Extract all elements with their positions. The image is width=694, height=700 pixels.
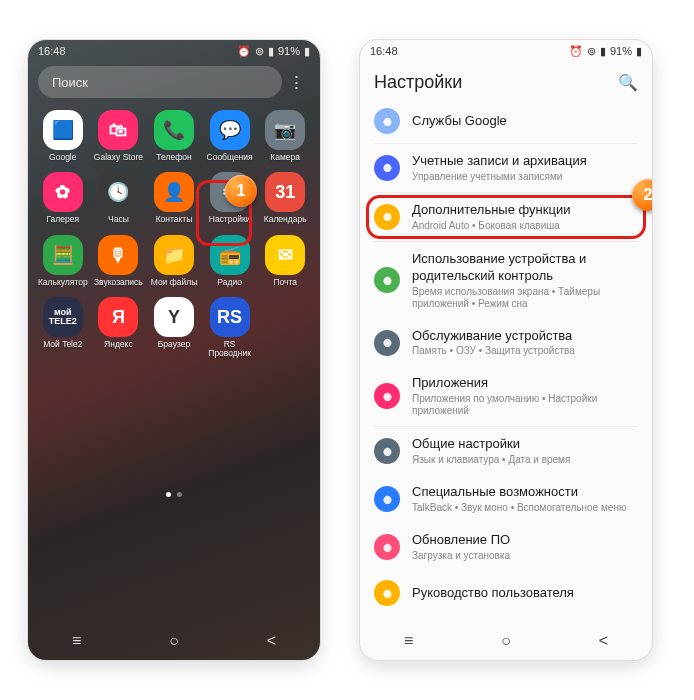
settings-title: Общие настройки [412,436,638,453]
status-icons: ⏰ ⊚ ▮ 91% ▮ [569,45,642,58]
app-мой-tele2[interactable]: мой TELE2Мой Tele2 [36,297,90,359]
back-button[interactable]: < [246,632,296,650]
status-time: 16:48 [370,45,398,57]
settings-item[interactable]: ⬤Обслуживание устройстваПамять • ОЗУ • З… [360,319,652,367]
app-icon: RS [210,297,250,337]
android-navbar: ≡ ○ < [360,622,652,660]
settings-title: Приложения [412,375,638,392]
app-контакты[interactable]: 👤Контакты [147,172,201,224]
app-яндекс[interactable]: ЯЯндекс [92,297,146,359]
app-сообщения[interactable]: 💬Сообщения [203,110,257,162]
pager-dot[interactable] [166,492,171,497]
back-button[interactable]: < [578,632,628,650]
app-мои-файлы[interactable]: 📁Мои файлы [147,235,201,287]
app-icon: 📁 [154,235,194,275]
app-label: Google [49,153,76,162]
android-navbar: ≡ ○ < [28,622,320,660]
settings-list: ⬤Службы Google⬤Учетные записи и архиваци… [360,99,652,622]
app-label: Радио [217,278,242,287]
app-icon: ⚙ [210,172,250,212]
app-label: Телефон [156,153,191,162]
app-label: Калькулятор [38,278,88,287]
settings-item[interactable]: ⬤Руководство пользователя [360,571,652,615]
status-time: 16:48 [38,45,66,57]
app-label: Календарь [264,215,307,224]
app-label: Мой Tele2 [43,340,82,349]
settings-text: Обновление ПОЗагрузка и установка [412,532,638,562]
battery-icon: ▮ [304,45,310,58]
app-icon: 🧮 [43,235,83,275]
alarm-icon: ⏰ [569,45,583,58]
settings-icon: ⬤ [374,383,400,409]
signal-icon: ▮ [600,45,606,58]
app-icon: Y [154,297,194,337]
settings-item[interactable]: ⬤Специальные возможностиTalkBack • Звук … [360,475,652,523]
settings-text: ПриложенияПриложения по умолчанию • Наст… [412,375,638,417]
pager-dots[interactable] [28,480,320,497]
app-galaxy-store[interactable]: 🛍Galaxy Store [92,110,146,162]
settings-icon: ⬤ [374,330,400,356]
settings-header: Настройки 🔍 [360,62,652,99]
app-label: Браузер [158,340,190,349]
app-звукозапись[interactable]: 🎙Звукозапись [92,235,146,287]
app-label: Часы [108,215,129,224]
settings-icon: ⬤ [374,108,400,134]
settings-subtitle: Язык и клавиатура • Дата и время [412,454,638,466]
app-часы[interactable]: 🕓Часы [92,172,146,224]
app-icon: 📷 [265,110,305,150]
settings-title: Учетные записи и архивация [412,153,638,170]
app-google[interactable]: 🟦Google [36,110,90,162]
home-button[interactable]: ○ [149,632,199,650]
app-настройки[interactable]: ⚙Настройки [203,172,257,224]
status-icons: ⏰ ⊚ ▮ 91% ▮ [237,45,310,58]
app-icon: мой TELE2 [43,297,83,337]
settings-item[interactable]: ⬤Учетные записи и архивацияУправление уч… [360,144,652,192]
home-button[interactable]: ○ [481,632,531,650]
battery-icon: ▮ [636,45,642,58]
settings-icon: ⬤ [374,580,400,606]
settings-text: Руководство пользователя [412,585,638,602]
settings-item[interactable]: ⬤Общие настройкиЯзык и клавиатура • Дата… [360,427,652,475]
settings-subtitle: Android Auto • Боковая клавиша [412,220,638,232]
app-календарь[interactable]: 31Календарь [258,172,312,224]
app-браузер[interactable]: YБраузер [147,297,201,359]
settings-text: Общие настройкиЯзык и клавиатура • Дата … [412,436,638,466]
app-label: Почта [273,278,297,287]
settings-item[interactable]: ⬤Дополнительные функцииAndroid Auto • Бо… [360,193,652,241]
settings-text: Службы Google [412,113,638,130]
app-icon: 🎙 [98,235,138,275]
search-input[interactable]: Поиск [38,66,282,98]
app-label: Galaxy Store [94,153,143,162]
app-label: Мои файлы [151,278,198,287]
app-галерея[interactable]: ✿Галерея [36,172,90,224]
alarm-icon: ⏰ [237,45,251,58]
overflow-menu-button[interactable]: ⋮ [282,72,310,93]
app-icon: 🛍 [98,110,138,150]
app-радио[interactable]: 📻Радио [203,235,257,287]
settings-subtitle: Управление учетными записями [412,171,638,183]
settings-item[interactable]: ⬤Обновление ПОЗагрузка и установка [360,523,652,571]
settings-subtitle: TalkBack • Звук моно • Вспомогательное м… [412,502,638,514]
app-rs\nпроводник[interactable]: RSRS Проводник [203,297,257,359]
app-icon: 💬 [210,110,250,150]
pager-dot[interactable] [177,492,182,497]
wifi-icon: ⊚ [587,45,596,58]
settings-icon: ⬤ [374,155,400,181]
search-icon[interactable]: 🔍 [618,73,638,92]
settings-item[interactable]: ⬤ПриложенияПриложения по умолчанию • Нас… [360,366,652,426]
settings-item[interactable]: ⬤Службы Google [360,99,652,143]
app-телефон[interactable]: 📞Телефон [147,110,201,162]
app-камера[interactable]: 📷Камера [258,110,312,162]
settings-item[interactable]: ⬤Использование устройства и родительский… [360,242,652,319]
status-bar: 16:48 ⏰ ⊚ ▮ 91% ▮ [28,40,320,62]
settings-text: Дополнительные функцииAndroid Auto • Бок… [412,202,638,232]
app-почта[interactable]: ✉Почта [258,235,312,287]
app-label: Звукозапись [94,278,143,287]
settings-title: Службы Google [412,113,638,130]
app-icon: ✿ [43,172,83,212]
settings-icon: ⬤ [374,486,400,512]
app-калькулятор[interactable]: 🧮Калькулятор [36,235,90,287]
recents-button[interactable]: ≡ [52,632,102,650]
wifi-icon: ⊚ [255,45,264,58]
recents-button[interactable]: ≡ [384,632,434,650]
